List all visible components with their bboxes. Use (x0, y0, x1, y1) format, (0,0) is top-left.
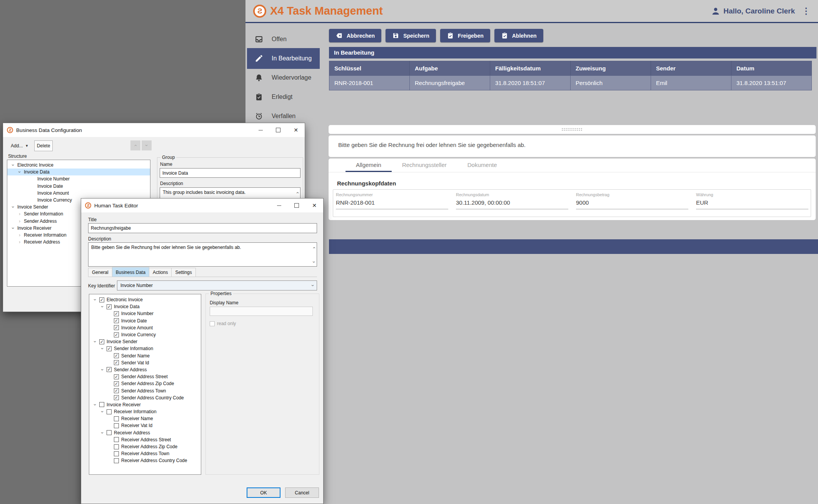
task-title-input[interactable] (88, 223, 317, 233)
checkbox-receiver-address-country-code[interactable] (114, 458, 119, 463)
tree-item-sender-address[interactable]: ›Sender Address (89, 366, 201, 373)
tab-rechnungssteller[interactable]: Rechnungssteller (392, 159, 457, 172)
checkbox-receiver-address-town[interactable] (114, 451, 119, 456)
checkbox-sender-address-street[interactable] (114, 374, 119, 379)
checkbox-invoice-data[interactable] (107, 304, 112, 309)
checkbox-sender-information[interactable] (107, 346, 112, 351)
chevron-expanded-icon[interactable]: › (11, 225, 15, 231)
chevron-expanded-icon[interactable]: › (11, 204, 15, 210)
tree-item-receiver-information[interactable]: ›Receiver Information (89, 408, 201, 415)
chevron-collapsed-icon[interactable]: › (17, 219, 22, 223)
abbrechen-button[interactable]: Abbrechen (329, 29, 381, 42)
table-cell[interactable]: 31.8.2020 13:51:07 (731, 75, 812, 90)
checkbox-receiver-address-street[interactable] (114, 437, 119, 442)
move-down-button[interactable]: › (142, 140, 152, 150)
tree-item-sender-name[interactable]: Sender Name (89, 352, 201, 359)
chevron-expanded-icon[interactable]: › (100, 430, 104, 436)
checkbox-sender-vat-id[interactable] (114, 360, 119, 365)
tree-item-invoice-number[interactable]: Invoice Number (7, 175, 150, 182)
checkbox-electronic-invoice[interactable] (99, 297, 104, 302)
tree-item-receiver-vat-id[interactable]: Receiver Vat Id (89, 422, 201, 429)
tab-allgemein[interactable]: Allgemein (346, 159, 392, 172)
checkbox-invoice-date[interactable] (114, 318, 119, 323)
tab-business-data[interactable]: Business Data (112, 267, 149, 277)
checkbox-receiver-vat-id[interactable] (114, 423, 119, 428)
chevron-expanded-icon[interactable]: › (100, 346, 104, 351)
maximize-button[interactable] (269, 123, 287, 137)
group-name-input[interactable] (160, 168, 300, 178)
tree-item-invoice-date[interactable]: Invoice Date (89, 317, 201, 324)
tree-item-receiver-address-country-code[interactable]: Receiver Address Country Code (89, 457, 201, 464)
sidebar-item-in-bearbeitung[interactable]: In Bearbeitung (247, 48, 320, 69)
tree-item-sender-vat-id[interactable]: Sender Vat Id (89, 359, 201, 366)
sidebar-item-offen[interactable]: Offen (245, 30, 329, 49)
speichern-button[interactable]: Speichern (386, 29, 436, 42)
hte-titlebar[interactable]: S Human Task Editor ✕ (81, 199, 323, 212)
field-value[interactable]: 9000 (576, 199, 688, 209)
tree-item-invoice-date[interactable]: Invoice Date (7, 183, 150, 190)
table-cell[interactable]: RNR-2018-001 (329, 75, 410, 90)
tree-item-sender-address-street[interactable]: Sender Address Street (89, 373, 201, 380)
minimize-button[interactable] (270, 199, 288, 212)
scroll-up-icon[interactable]: › (312, 247, 316, 249)
tree-item-receiver-address[interactable]: ›Receiver Address (89, 429, 201, 436)
tree-item-invoice-amount[interactable]: Invoice Amount (89, 324, 201, 331)
checkbox-sender-address-town[interactable] (114, 388, 119, 393)
tree-item-electronic-invoice[interactable]: ›Electronic Invoice (89, 296, 201, 303)
checkbox-receiver-information[interactable] (107, 409, 112, 414)
tree-item-invoice-currency[interactable]: Invoice Currency (89, 331, 201, 338)
tab-dokumente[interactable]: Dokumente (457, 159, 507, 172)
delete-button[interactable]: Delete (34, 140, 53, 151)
field-value[interactable]: RNR-2018-001 (336, 199, 448, 209)
checkbox-receiver-address-zip-code[interactable] (114, 444, 119, 449)
checkbox-sender-address-country-code[interactable] (114, 395, 119, 400)
tab-settings[interactable]: Settings (171, 268, 195, 277)
chevron-expanded-icon[interactable]: › (100, 367, 104, 372)
tree-item-invoice-amount[interactable]: Invoice Amount (7, 190, 150, 197)
chevron-expanded-icon[interactable]: › (100, 304, 104, 309)
tree-item-invoice-receiver[interactable]: ›Invoice Receiver (89, 401, 201, 408)
table-cell[interactable]: Persönlich (571, 75, 651, 90)
scroll-down-icon[interactable]: › (312, 261, 316, 263)
kebab-menu-icon[interactable]: ⋮ (802, 6, 810, 16)
table-cell[interactable]: Emil (651, 75, 731, 90)
chevron-expanded-icon[interactable]: › (11, 162, 15, 168)
chevron-expanded-icon[interactable]: › (93, 402, 97, 407)
minimize-button[interactable] (252, 123, 269, 137)
checkbox-receiver-address[interactable] (107, 430, 112, 435)
chevron-expanded-icon[interactable]: › (93, 297, 97, 302)
field-value[interactable]: EUR (696, 199, 808, 209)
maximize-button[interactable] (288, 199, 305, 212)
read-only-checkbox[interactable] (210, 321, 215, 326)
field-value[interactable]: 30.11.2009, 00:00:00 (456, 199, 568, 209)
checkbox-sender-address-zip-code[interactable] (114, 381, 119, 386)
checkbox-invoice-sender[interactable] (99, 339, 104, 344)
key-identifier-combobox[interactable]: Invoice Number › (117, 280, 317, 290)
sidebar-item-wiedervorlage[interactable]: Wiedervorlage (245, 68, 329, 87)
table-cell[interactable]: Rechnungsfreigabe (410, 75, 490, 90)
checkbox-invoice-receiver[interactable] (99, 402, 104, 407)
chevron-expanded-icon[interactable]: › (93, 339, 97, 344)
chevron-collapsed-icon[interactable]: › (17, 212, 22, 216)
close-button[interactable]: ✕ (287, 123, 305, 137)
tab-general[interactable]: General (88, 268, 112, 277)
checkbox-sender-name[interactable] (114, 353, 119, 358)
chevron-collapsed-icon[interactable]: › (17, 240, 22, 244)
tab-actions[interactable]: Actions (149, 268, 172, 277)
add-button[interactable]: Add...▼ (11, 143, 28, 149)
tree-item-invoice-data[interactable]: ›Invoice Data (7, 169, 150, 175)
tree-item-invoice-data[interactable]: ›Invoice Data (89, 303, 201, 310)
cancel-button[interactable]: Cancel (285, 487, 319, 498)
tree-item-invoice-sender[interactable]: ›Invoice Sender (89, 338, 201, 345)
task-description-textarea[interactable]: Bitte geben Sie die Rechnung frei oder l… (88, 242, 317, 267)
tree-item-receiver-name[interactable]: Receiver Name (89, 415, 201, 422)
checkbox-invoice-amount[interactable] (114, 325, 119, 330)
scroll-up-icon[interactable]: › (295, 192, 299, 194)
checkbox-sender-address[interactable] (107, 367, 112, 372)
drag-handle[interactable] (561, 128, 583, 131)
ablehnen-button[interactable]: Ablehnen (494, 29, 543, 42)
sidebar-item-erledigt[interactable]: Erledigt (245, 87, 329, 107)
tree-item-electronic-invoice[interactable]: ›Electronic Invoice (7, 162, 150, 169)
chevron-collapsed-icon[interactable]: › (17, 233, 22, 237)
checkbox-invoice-number[interactable] (114, 311, 119, 316)
